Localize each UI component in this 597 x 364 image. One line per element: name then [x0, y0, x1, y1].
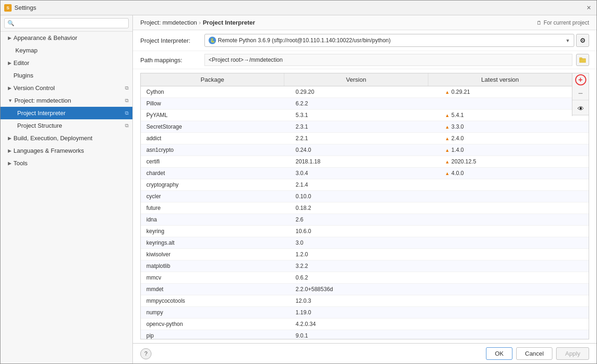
sidebar-item-appearance[interactable]: ▶ Appearance & Behavior	[0, 32, 132, 44]
package-name: mmpycocotools	[141, 295, 290, 306]
package-version: 9.0.1	[290, 330, 439, 339]
interpreter-select-wrapper: 🐍 Remote Python 3.6.9 (sftp://root@10.11…	[204, 34, 589, 47]
package-version: 2018.1.18	[290, 156, 439, 167]
sidebar-item-editor[interactable]: ▶ Editor	[0, 57, 132, 69]
sidebar-item-version-control[interactable]: ▶ Version Control ⧉	[0, 82, 132, 94]
search-bar	[0, 15, 132, 32]
app-icon: S	[4, 4, 12, 12]
table-row[interactable]: numpy1.19.0	[141, 307, 589, 318]
copy-icon: ⧉	[125, 123, 129, 129]
arrow-icon: ▶	[8, 148, 12, 153]
sidebar: ▶ Appearance & Behavior Keymap ▶ Editor …	[0, 15, 133, 364]
interpreter-gear-button[interactable]: ⚙	[576, 34, 589, 47]
upgrade-arrow-icon: ▲	[445, 90, 450, 95]
package-version: 3.0.4	[290, 168, 439, 179]
sidebar-item-project-structure[interactable]: Project Structure ⧉	[0, 119, 132, 132]
breadcrumb-badge-text: For current project	[544, 20, 589, 26]
table-row[interactable]: mmcv0.6.2	[141, 272, 589, 284]
title-bar: S Settings ×	[0, 0, 597, 15]
table-row[interactable]: keyring10.6.0	[141, 226, 589, 237]
interpreter-label: Project Interpreter:	[140, 37, 201, 44]
table-row[interactable]: cycler0.10.0	[141, 191, 589, 202]
sidebar-item-plugins[interactable]: Plugins	[0, 69, 132, 82]
sidebar-item-build-execution[interactable]: ▶ Build, Execution, Deployment	[0, 132, 132, 144]
ok-button[interactable]: OK	[486, 347, 512, 360]
package-name: cryptography	[141, 179, 290, 190]
sidebar-item-label: Project Structure	[17, 122, 62, 129]
sidebar-item-project-interpreter[interactable]: Project Interpreter ⧉	[0, 107, 132, 119]
path-mappings-text: <Project root>→/mmdetection	[209, 57, 282, 63]
arrow-icon: ▼	[8, 98, 13, 103]
upgrade-arrow-icon: ▲	[445, 124, 450, 130]
sidebar-item-label: Keymap	[15, 47, 38, 54]
breadcrumb-current: Project Interpreter	[203, 19, 255, 26]
table-row[interactable]: Cython0.29.20▲ 0.29.21	[141, 86, 589, 98]
table-row[interactable]: idna2.6	[141, 214, 589, 226]
sidebar-item-label: Project Interpreter	[17, 110, 66, 117]
breadcrumb-project: Project: mmdetection	[140, 19, 197, 26]
package-latest: ▲ 1.4.0	[440, 144, 589, 156]
package-version: 0.18.2	[290, 202, 439, 214]
copy-icon: ⧉	[125, 110, 129, 116]
upgrade-arrow-icon: ▲	[445, 148, 450, 153]
table-row[interactable]: certifi2018.1.18▲ 2020.12.5	[141, 156, 589, 168]
package-name: addict	[141, 133, 290, 144]
package-version: 2.3.1	[290, 121, 439, 132]
cancel-button[interactable]: Cancel	[516, 347, 552, 360]
table-row[interactable]: pip9.0.1	[141, 330, 589, 339]
package-name: idna	[141, 214, 290, 225]
arrow-icon: ▶	[8, 161, 12, 166]
table-row[interactable]: future0.18.2	[141, 202, 589, 214]
eye-button[interactable]: 👁	[572, 102, 589, 115]
apply-button[interactable]: Apply	[556, 347, 589, 360]
copy-icon: ⧉	[125, 98, 129, 104]
table-row[interactable]: Pillow6.2.2	[141, 98, 589, 110]
table-row[interactable]: SecretStorage2.3.1▲ 3.3.0	[141, 121, 589, 133]
package-latest: ▲ 0.29.21	[440, 86, 589, 98]
package-name: asn1crypto	[141, 144, 290, 156]
table-row[interactable]: matplotlib3.2.2	[141, 260, 589, 272]
search-input[interactable]	[4, 18, 129, 28]
package-latest	[440, 272, 589, 283]
bottom-bar: ? OK Cancel Apply	[133, 343, 597, 364]
breadcrumb: Project: mmdetection › Project Interpret…	[133, 15, 597, 30]
table-row[interactable]: mmdet2.2.0+588536d	[141, 284, 589, 295]
sidebar-item-project-mmdetection[interactable]: ▼ Project: mmdetection ⧉	[0, 94, 132, 107]
table-row[interactable]: addict2.2.1▲ 2.4.0	[141, 133, 589, 144]
sidebar-item-label: Appearance & Behavior	[13, 34, 77, 41]
package-version: 0.6.2	[290, 272, 439, 283]
packages-table-container: Package Version Latest version Cython0.2…	[140, 73, 589, 339]
package-version: 3.0	[290, 237, 439, 248]
sidebar-item-tools[interactable]: ▶ Tools	[0, 157, 132, 169]
package-version: 0.10.0	[290, 191, 439, 202]
table-row[interactable]: cryptography2.1.4	[141, 179, 589, 191]
table-row[interactable]: opencv-python4.2.0.34	[141, 318, 589, 330]
package-latest	[440, 179, 589, 190]
package-latest	[440, 249, 589, 260]
sidebar-item-keymap[interactable]: Keymap	[0, 44, 132, 57]
upgrade-arrow-icon: ▲	[445, 171, 450, 176]
table-row[interactable]: PyYAML5.3.1▲ 5.4.1	[141, 110, 589, 121]
package-name: mmcv	[141, 272, 290, 283]
package-latest: ▲ 2.4.0	[440, 133, 589, 144]
table-row[interactable]: mmpycocotools12.0.3	[141, 295, 589, 307]
upgrade-arrow-icon: ▲	[445, 113, 450, 118]
path-folder-button[interactable]	[576, 54, 589, 66]
close-button[interactable]: ×	[585, 4, 593, 12]
package-version: 3.2.2	[290, 260, 439, 272]
table-row[interactable]: asn1crypto0.24.0▲ 1.4.0	[141, 144, 589, 156]
table-row[interactable]: chardet3.0.4▲ 4.0.0	[141, 168, 589, 179]
help-button[interactable]: ?	[140, 348, 151, 359]
sidebar-item-languages-frameworks[interactable]: ▶ Languages & Frameworks	[0, 144, 132, 157]
table-row[interactable]: keyrings.alt3.0	[141, 237, 589, 249]
package-latest	[440, 318, 589, 330]
package-latest: ▲ 3.3.0	[440, 121, 589, 132]
path-mappings-label: Path mappings:	[140, 57, 201, 64]
interpreter-select[interactable]: 🐍 Remote Python 3.6.9 (sftp://root@10.11…	[204, 34, 574, 47]
package-latest: ▲ 4.0.0	[440, 168, 589, 179]
sidebar-item-label: Languages & Frameworks	[13, 147, 84, 154]
remove-package-button[interactable]: −	[572, 87, 589, 100]
table-header: Package Version Latest version	[141, 73, 589, 86]
col-latest: Latest version	[428, 73, 572, 86]
table-row[interactable]: kiwisolver1.2.0	[141, 249, 589, 260]
